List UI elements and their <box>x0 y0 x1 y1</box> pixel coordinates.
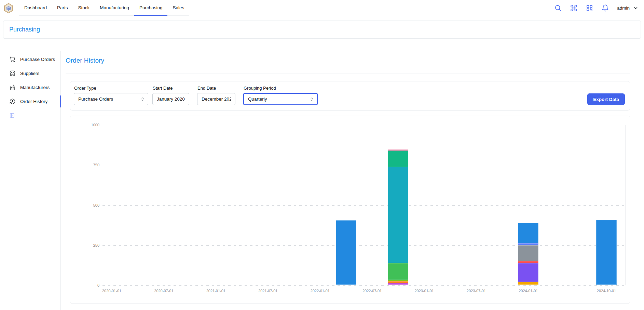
chart-bar-segment <box>596 220 617 285</box>
chart-bar-segment <box>388 167 408 263</box>
y-gridline <box>102 205 625 206</box>
plot-right-border <box>625 125 626 285</box>
main-panel: Order History Order Type Purchase Orders… <box>60 51 644 310</box>
title-divider <box>66 74 630 74</box>
chart-bar-segment <box>388 280 408 281</box>
sidebar-item-suppliers[interactable]: Suppliers <box>0 66 60 80</box>
x-axis-tick-label: 2020-01-01 <box>90 289 134 293</box>
y-axis-tick-label: 250 <box>80 243 99 247</box>
breadcrumb-purchasing[interactable]: Purchasing <box>9 26 40 33</box>
shopping-cart-icon <box>9 56 16 63</box>
end-date-input[interactable] <box>197 93 235 105</box>
chart-bar-segment <box>518 263 538 282</box>
sidebar: Purchase Orders Suppliers Manufacturers <box>0 51 60 310</box>
breadcrumb: Purchasing <box>3 21 641 39</box>
storefront-icon <box>9 70 16 77</box>
x-axis-tick-label: 2023-07-01 <box>454 289 498 293</box>
start-date-field: Start Date <box>152 86 189 105</box>
grouping-period-select[interactable]: Quarterly <box>243 93 318 105</box>
y-axis-tick-label: 500 <box>80 203 99 207</box>
nav-tab-sales[interactable]: Sales <box>167 0 189 15</box>
chart-bar-segment <box>388 283 408 285</box>
y-axis-tick-label: 750 <box>80 163 99 167</box>
x-axis-tick-label: 2021-01-01 <box>194 289 238 293</box>
y-axis-tick-label: 0 <box>80 283 99 287</box>
bell-icon[interactable] <box>601 4 609 12</box>
x-axis-tick-label: 2023-01-01 <box>402 289 447 293</box>
nav-tab-manufacturing[interactable]: Manufacturing <box>95 0 134 15</box>
factory-icon <box>9 84 16 91</box>
header-actions: admin <box>554 4 639 12</box>
chart-bar-segment <box>388 151 408 167</box>
y-gridline <box>102 125 625 125</box>
x-axis-tick-label: 2024-10-01 <box>584 289 629 293</box>
command-icon[interactable] <box>570 4 578 12</box>
chart-bar-segment <box>518 243 538 245</box>
chart-bar-segment <box>518 245 538 261</box>
sidebar-item-manufacturers[interactable]: Manufacturers <box>0 80 60 94</box>
chart-bar-segment <box>388 263 408 280</box>
end-date-label: End Date <box>197 86 235 91</box>
chart-bar-segment <box>518 282 538 285</box>
y-gridline <box>102 285 625 286</box>
username: admin <box>617 5 630 11</box>
chart-card: 025050075010002020-01-012020-07-012021-0… <box>70 116 630 304</box>
history-clock-icon <box>9 98 16 105</box>
order-type-label: Order Type <box>74 86 148 91</box>
inventree-app: Dashboard Parts Stock Manufacturing Purc… <box>0 0 644 310</box>
x-axis-tick-label: 2022-01-01 <box>298 289 342 293</box>
chart-plot: 025050075010002020-01-012020-07-012021-0… <box>70 116 630 303</box>
filter-panel: Order Type Purchase Orders Start Date En… <box>70 81 630 111</box>
search-icon[interactable] <box>554 4 562 12</box>
nav-tab-purchasing[interactable]: Purchasing <box>134 0 168 15</box>
main-nav: Dashboard Parts Stock Manufacturing Purc… <box>19 0 189 16</box>
app-logo-icon[interactable] <box>3 3 14 13</box>
selector-icon <box>140 96 145 102</box>
nav-tab-parts[interactable]: Parts <box>52 0 73 15</box>
chart-bar-segment <box>336 220 356 285</box>
user-menu[interactable]: admin <box>617 5 639 11</box>
selector-icon <box>309 96 314 102</box>
start-date-label: Start Date <box>153 86 189 91</box>
chart-bar-segment <box>518 261 538 263</box>
qr-scan-icon[interactable] <box>586 4 593 12</box>
grouping-period-field: Grouping Period Quarterly <box>243 86 318 105</box>
x-axis-tick-label: 2024-01-01 <box>506 289 550 293</box>
end-date-field: End Date <box>197 86 235 105</box>
chart-bar-segment <box>388 150 408 151</box>
y-gridline <box>102 165 625 165</box>
export-data-button[interactable]: Export Data <box>587 93 625 105</box>
grouping-period-label: Grouping Period <box>244 86 318 91</box>
chart-bar-segment <box>518 223 538 243</box>
order-type-field: Order Type Purchase Orders <box>74 86 148 105</box>
sidebar-item-order-history[interactable]: Order History <box>0 94 60 108</box>
y-gridline <box>102 245 625 246</box>
x-axis-tick-label: 2020-07-01 <box>141 289 186 293</box>
page-title: Order History <box>66 57 630 64</box>
x-axis-tick-label: 2021-07-01 <box>246 289 290 293</box>
nav-tab-dashboard[interactable]: Dashboard <box>19 0 52 15</box>
sidebar-collapse-icon[interactable] <box>9 113 15 118</box>
y-axis-tick-label: 1000 <box>80 123 99 127</box>
content-row: Purchase Orders Suppliers Manufacturers <box>0 51 644 310</box>
nav-tab-stock[interactable]: Stock <box>73 0 95 15</box>
chevron-down-icon <box>633 5 639 11</box>
start-date-input[interactable] <box>152 93 189 105</box>
x-axis-tick-label: 2022-07-01 <box>350 289 394 293</box>
top-header: Dashboard Parts Stock Manufacturing Purc… <box>0 0 644 16</box>
chart-bar-segment <box>388 281 408 283</box>
sidebar-item-purchase-orders[interactable]: Purchase Orders <box>0 52 60 66</box>
order-type-select[interactable]: Purchase Orders <box>74 93 148 105</box>
